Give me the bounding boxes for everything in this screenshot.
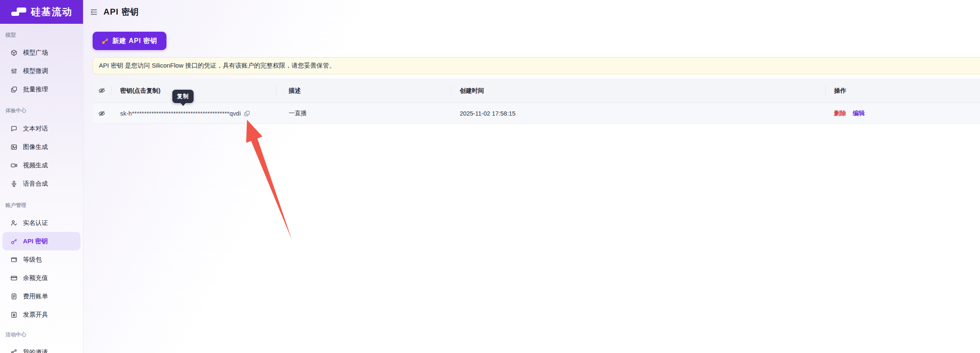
sidebar-item-label: 模型微调 — [23, 67, 48, 75]
invoice-icon — [10, 311, 18, 318]
sidebar-item-billing[interactable]: 费用账单 — [0, 287, 83, 305]
api-key-description: 一直播 — [276, 103, 451, 124]
table-row: sk-h************************************… — [93, 103, 980, 124]
sidebar-item-text-chat[interactable]: 文本对话 — [0, 119, 83, 138]
image-icon — [10, 144, 18, 151]
sidebar-item-my-invitations[interactable]: 我的邀请 — [0, 343, 83, 353]
user-check-icon — [10, 219, 18, 227]
video-icon — [10, 162, 18, 169]
sidebar-item-model-finetune[interactable]: 模型微调 — [0, 62, 83, 80]
bill-icon — [10, 293, 18, 300]
sidebar-item-label: 费用账单 — [23, 292, 48, 300]
main-content: API 密钥 新建 API 密钥 API 密钥 是您访问 SiliconFlow… — [83, 0, 980, 353]
api-key-value[interactable]: sk-h************************************… — [120, 110, 241, 117]
sidebar-item-label: 文本对话 — [23, 125, 48, 133]
sidebar-item-label: API 密钥 — [23, 237, 48, 245]
toggle-key-visibility-icon[interactable] — [98, 110, 106, 117]
sidebar-item-label: 发票开具 — [23, 311, 48, 319]
key-icon — [101, 38, 108, 45]
sidebar-item-balance-recharge[interactable]: 余额充值 — [0, 269, 83, 287]
new-api-key-button[interactable]: 新建 API 密钥 — [93, 32, 166, 50]
page-header: API 密钥 — [83, 0, 980, 24]
column-header-actions: 操作 — [825, 78, 980, 103]
sidebar-item-label: 批量推理 — [23, 86, 48, 93]
brand-logo[interactable]: 硅基流动 — [0, 0, 83, 24]
api-keys-table: 密钥(点击复制) 描述 创建时间 操作 sk-h****************… — [93, 78, 980, 124]
edit-key-button[interactable]: 编辑 — [853, 109, 865, 117]
share-icon — [10, 349, 18, 353]
wallet-icon — [10, 256, 18, 263]
sidebar-item-identity-verification[interactable]: 实名认证 — [0, 214, 83, 232]
sidebar-item-label: 等级包 — [23, 256, 42, 264]
mic-icon — [10, 180, 18, 187]
sidebar-item-video-generation[interactable]: 视频生成 — [0, 156, 83, 174]
api-key-created-at: 2025-11-02 17:58:15 — [451, 103, 825, 124]
card-icon — [10, 275, 18, 282]
brand-name: 硅基流动 — [31, 5, 73, 18]
siliconflow-logo-icon — [11, 8, 26, 16]
sidebar-item-speech-synthesis[interactable]: 语音合成 — [0, 174, 83, 193]
sidebar-item-label: 视频生成 — [23, 161, 48, 169]
nav-section-models: 模型 — [0, 31, 83, 39]
delete-key-button[interactable]: 删除 — [834, 109, 846, 117]
sidebar-nav: 模型 模型广场 模型微调 批量推理 体验中心 — [0, 24, 83, 353]
sidebar-item-label: 余额充值 — [23, 274, 48, 282]
column-header-created-at: 创建时间 — [451, 78, 825, 103]
sidebar: 硅基流动 模型 模型广场 模型微调 批量推理 体验中心 — [0, 0, 83, 353]
notice-text: API 密钥 是您访问 SiliconFlow 接口的凭证，具有该账户的完整权限… — [99, 62, 335, 70]
nav-section-activity: 活动中心 — [0, 331, 83, 338]
api-key-notice-banner: API 密钥 是您访问 SiliconFlow 接口的凭证，具有该账户的完整权限… — [93, 57, 980, 74]
sliders-icon — [10, 68, 18, 75]
column-header-key: 密钥(点击复制) — [111, 78, 276, 103]
copy-tooltip: 复制 — [172, 90, 194, 103]
page-title: API 密钥 — [103, 6, 139, 18]
toggle-all-keys-visibility-icon[interactable] — [98, 87, 106, 94]
cube-icon — [10, 49, 18, 56]
key-icon — [10, 238, 18, 245]
sidebar-item-label: 模型广场 — [23, 49, 48, 57]
sidebar-item-label: 图像生成 — [23, 143, 48, 151]
new-api-key-button-label: 新建 API 密钥 — [112, 37, 158, 45]
sidebar-item-api-keys[interactable]: API 密钥 — [3, 232, 81, 250]
chat-icon — [10, 125, 18, 132]
api-keys-page: 硅基流动 模型 模型广场 模型微调 批量推理 体验中心 — [0, 0, 980, 353]
sidebar-item-batch-inference[interactable]: 批量推理 — [0, 80, 83, 98]
sidebar-item-image-generation[interactable]: 图像生成 — [0, 138, 83, 156]
sidebar-item-invoice[interactable]: 发票开具 — [0, 305, 83, 324]
nav-section-account: 账户管理 — [0, 202, 83, 209]
menu-fold-icon[interactable] — [90, 8, 98, 16]
column-header-description: 描述 — [276, 78, 451, 103]
sidebar-item-tier-package[interactable]: 等级包 — [0, 250, 83, 269]
layers-icon — [10, 86, 18, 93]
sidebar-item-model-square[interactable]: 模型广场 — [0, 43, 83, 62]
copy-icon[interactable] — [244, 110, 250, 117]
sidebar-item-label: 实名认证 — [23, 219, 48, 227]
sidebar-item-label: 我的邀请 — [23, 348, 48, 353]
sidebar-item-label: 语音合成 — [23, 180, 48, 188]
nav-section-experience: 体验中心 — [0, 107, 83, 114]
table-header-row: 密钥(点击复制) 描述 创建时间 操作 — [93, 78, 980, 103]
